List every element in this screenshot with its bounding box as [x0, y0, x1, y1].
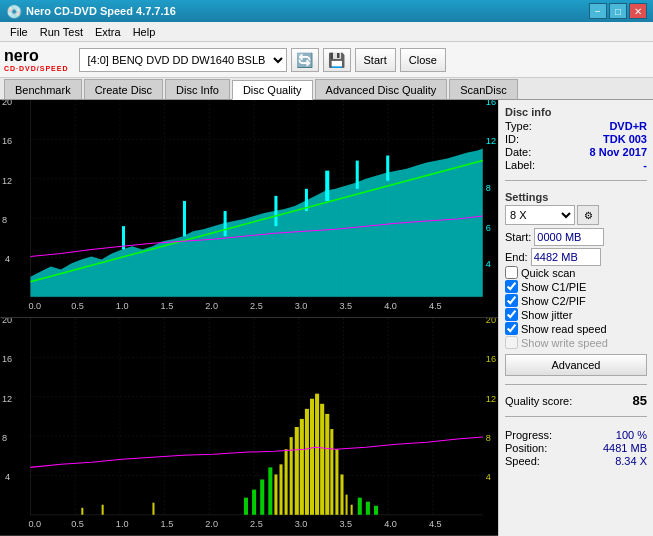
- svg-rect-81: [102, 505, 104, 515]
- save-icon[interactable]: 💾: [323, 48, 351, 72]
- titlebar: 💿 Nero CD-DVD Speed 4.7.7.16 − □ ✕: [0, 0, 653, 22]
- maximize-button[interactable]: □: [609, 3, 627, 19]
- end-row: End:: [505, 248, 647, 266]
- svg-rect-80: [81, 508, 83, 515]
- svg-text:0.5: 0.5: [71, 301, 84, 311]
- disc-info-label: Disc info: [505, 106, 647, 118]
- start-label: Start:: [505, 231, 531, 243]
- bottom-chart: 20 16 12 8 4 20 16 12 8 4 0.0 0.5 1.0 1.…: [0, 318, 498, 536]
- quality-score: 85: [633, 393, 647, 408]
- tab-scan-disc[interactable]: ScanDisc: [449, 79, 517, 99]
- svg-text:2.5: 2.5: [250, 519, 263, 529]
- tab-disc-info[interactable]: Disc Info: [165, 79, 230, 99]
- close-window-button[interactable]: ✕: [629, 3, 647, 19]
- speed-row: 8 X ⚙: [505, 205, 647, 225]
- svg-text:20: 20: [2, 318, 12, 325]
- svg-rect-84: [279, 464, 282, 514]
- quick-scan-label: Quick scan: [521, 267, 575, 279]
- tab-bar: Benchmark Create Disc Disc Info Disc Qua…: [0, 78, 653, 100]
- tab-disc-quality[interactable]: Disc Quality: [232, 80, 313, 100]
- svg-text:2.0: 2.0: [205, 301, 218, 311]
- disc-id-row: ID: TDK 003: [505, 133, 647, 145]
- svg-text:16: 16: [486, 100, 496, 107]
- settings-label: Settings: [505, 191, 647, 203]
- disc-type-label: Type:: [505, 120, 532, 132]
- menu-run-test[interactable]: Run Test: [34, 24, 89, 40]
- disc-type-row: Type: DVD+R: [505, 120, 647, 132]
- tab-benchmark[interactable]: Benchmark: [4, 79, 82, 99]
- svg-text:12: 12: [486, 136, 496, 146]
- end-label: End:: [505, 251, 528, 263]
- svg-text:4.0: 4.0: [384, 519, 397, 529]
- drive-selector[interactable]: [4:0] BENQ DVD DD DW1640 BSLB: [79, 48, 287, 72]
- main-area: 20 16 12 8 4 16 12 8 6 4 0.0 0.5 1.0 1.5…: [0, 100, 653, 536]
- menu-extra[interactable]: Extra: [89, 24, 127, 40]
- start-input[interactable]: [534, 228, 604, 246]
- close-button[interactable]: Close: [400, 48, 446, 72]
- svg-text:4.0: 4.0: [384, 301, 397, 311]
- svg-marker-35: [30, 148, 482, 296]
- refresh-icon[interactable]: 🔄: [291, 48, 319, 72]
- svg-text:3.0: 3.0: [295, 301, 308, 311]
- app-logo: nero CD·DVD/SPEED: [4, 47, 69, 72]
- svg-text:4: 4: [5, 255, 10, 265]
- show-read-speed-checkbox[interactable]: [505, 322, 518, 335]
- svg-text:16: 16: [486, 354, 496, 364]
- show-jitter-row: Show jitter: [505, 308, 647, 321]
- svg-text:1.5: 1.5: [161, 301, 174, 311]
- svg-text:4: 4: [486, 259, 491, 269]
- advanced-button[interactable]: Advanced: [505, 354, 647, 376]
- svg-rect-105: [374, 506, 378, 515]
- svg-rect-38: [224, 211, 227, 236]
- speed-selector[interactable]: 8 X: [505, 205, 575, 225]
- svg-rect-43: [386, 156, 389, 181]
- end-input[interactable]: [531, 248, 601, 266]
- show-jitter-checkbox[interactable]: [505, 308, 518, 321]
- svg-text:16: 16: [2, 136, 12, 146]
- svg-text:8: 8: [2, 433, 7, 443]
- show-c1pie-checkbox[interactable]: [505, 280, 518, 293]
- svg-text:3.5: 3.5: [339, 301, 352, 311]
- svg-text:20: 20: [2, 100, 12, 107]
- svg-text:3.5: 3.5: [339, 519, 352, 529]
- svg-text:1.0: 1.0: [116, 301, 129, 311]
- svg-text:4.5: 4.5: [429, 519, 442, 529]
- show-c1pie-label: Show C1/PIE: [521, 281, 586, 293]
- show-write-speed-checkbox[interactable]: [505, 336, 518, 349]
- top-chart-svg: 20 16 12 8 4 16 12 8 6 4 0.0 0.5 1.0 1.5…: [0, 100, 498, 317]
- svg-text:2.0: 2.0: [205, 519, 218, 529]
- svg-rect-99: [244, 498, 248, 515]
- svg-rect-98: [351, 505, 353, 515]
- svg-text:6: 6: [486, 223, 491, 233]
- svg-rect-89: [305, 409, 309, 515]
- show-c2pif-checkbox[interactable]: [505, 294, 518, 307]
- menu-file[interactable]: File: [4, 24, 34, 40]
- position-label: Position:: [505, 442, 547, 454]
- start-row: Start:: [505, 228, 647, 246]
- quick-scan-row: Quick scan: [505, 266, 647, 279]
- progress-label: Progress:: [505, 429, 552, 441]
- show-jitter-label: Show jitter: [521, 309, 572, 321]
- quality-row: Quality score: 85: [505, 393, 647, 408]
- tab-create-disc[interactable]: Create Disc: [84, 79, 163, 99]
- show-write-speed-label: Show write speed: [521, 337, 608, 349]
- svg-text:4: 4: [5, 473, 10, 483]
- app-title: Nero CD-DVD Speed 4.7.7.16: [26, 5, 589, 17]
- settings-icon-btn[interactable]: ⚙: [577, 205, 599, 225]
- svg-text:0.0: 0.0: [28, 301, 41, 311]
- svg-rect-93: [325, 414, 329, 515]
- svg-text:8: 8: [486, 183, 491, 193]
- quick-scan-checkbox[interactable]: [505, 266, 518, 279]
- svg-rect-86: [290, 437, 293, 515]
- start-button[interactable]: Start: [355, 48, 396, 72]
- svg-rect-101: [260, 479, 264, 514]
- tab-advanced-disc-quality[interactable]: Advanced Disc Quality: [315, 79, 448, 99]
- svg-text:4: 4: [486, 473, 491, 483]
- menu-help[interactable]: Help: [127, 24, 162, 40]
- minimize-button[interactable]: −: [589, 3, 607, 19]
- top-chart: 20 16 12 8 4 16 12 8 6 4 0.0 0.5 1.0 1.5…: [0, 100, 498, 318]
- toolbar: nero CD·DVD/SPEED [4:0] BENQ DVD DD DW16…: [0, 42, 653, 78]
- svg-text:1.0: 1.0: [116, 519, 129, 529]
- svg-rect-104: [366, 502, 370, 515]
- show-read-speed-row: Show read speed: [505, 322, 647, 335]
